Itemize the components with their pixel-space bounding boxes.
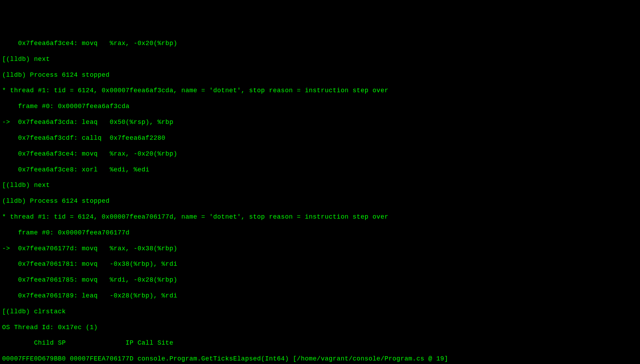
terminal-line: -> 0x7feea706177d: movq %rax, -0x38(%rbp… <box>2 245 638 252</box>
terminal-line: [(lldb) clrstack <box>2 308 638 315</box>
terminal-line: [(lldb) next <box>2 181 638 189</box>
terminal-line: -> 0x7feea6af3cda: leaq 0x50(%rsp), %rbp <box>2 118 638 126</box>
terminal-line: OS Thread Id: 0x17ec (1) <box>2 324 638 331</box>
terminal-line: 0x7feea6af3cdf: callq 0x7feea6af2280 <box>2 134 638 142</box>
terminal-line: 0x7feea6af3ce4: movq %rax, -0x20(%rbp) <box>2 39 638 47</box>
terminal-line: 0x7feea7061789: leaq -0x28(%rbp), %rdi <box>2 292 638 300</box>
terminal-line: frame #0: 0x00007feea706177d <box>2 229 638 237</box>
terminal-line: (lldb) Process 6124 stopped <box>2 197 638 205</box>
terminal-line: * thread #1: tid = 6124, 0x00007feea6af3… <box>2 87 638 94</box>
terminal-line: 00007FFE0D679BB0 00007FEEA706177D consol… <box>2 355 638 363</box>
terminal-line: * thread #1: tid = 6124, 0x00007feea7061… <box>2 213 638 221</box>
terminal-line: 0x7feea6af3ce8: xorl %edi, %edi <box>2 166 638 174</box>
terminal-line: frame #0: 0x00007feea6af3cda <box>2 102 638 110</box>
terminal-line: 0x7feea7061781: movq -0x38(%rbp), %rdi <box>2 260 638 268</box>
terminal-line: 0x7feea6af3ce4: movq %rax, -0x20(%rbp) <box>2 150 638 158</box>
terminal-line: 0x7feea7061785: movq %rdi, -0x28(%rbp) <box>2 276 638 284</box>
terminal-line: Child SP IP Call Site <box>2 339 638 347</box>
terminal-line: [(lldb) next <box>2 55 638 63</box>
terminal-output[interactable]: 0x7feea6af3ce4: movq %rax, -0x20(%rbp) [… <box>0 32 640 364</box>
terminal-line: (lldb) Process 6124 stopped <box>2 71 638 79</box>
